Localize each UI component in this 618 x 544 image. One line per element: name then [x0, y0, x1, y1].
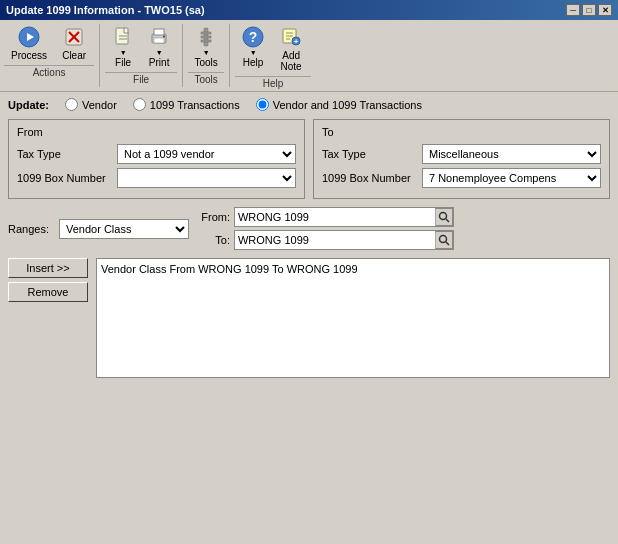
- svg-point-11: [163, 36, 165, 38]
- help-group-label: Help: [235, 76, 311, 89]
- from-tax-type-label: Tax Type: [17, 148, 117, 160]
- actions-group-label: Actions: [4, 65, 94, 78]
- 1099-radio-label: 1099 Transactions: [150, 99, 240, 111]
- close-button[interactable]: ✕: [598, 4, 612, 16]
- separator-3: [229, 24, 230, 87]
- from-box-number-row: 1099 Box Number: [17, 168, 296, 188]
- update-row: Update: Vendor 1099 Transactions Vendor …: [8, 98, 610, 111]
- help-label: Help: [243, 57, 264, 68]
- svg-rect-9: [154, 38, 164, 43]
- from-to-col: From: To:: [195, 207, 454, 250]
- print-button[interactable]: ▼ Print: [141, 22, 177, 71]
- maximize-button[interactable]: □: [582, 4, 596, 16]
- separator-2: [182, 24, 183, 87]
- 1099-radio[interactable]: [133, 98, 146, 111]
- from-tax-type-row: Tax Type Not a 1099 vendor Dividend Inte…: [17, 144, 296, 164]
- tools-label: Tools: [194, 57, 217, 68]
- help-button[interactable]: ? ▼ Help: [235, 22, 271, 75]
- to-row: To:: [195, 230, 454, 250]
- to-input-wrapper: [234, 230, 454, 250]
- vendor-radio-group: Vendor: [65, 98, 117, 111]
- to-panel-title: To: [322, 126, 601, 138]
- svg-rect-10: [154, 29, 164, 35]
- to-tax-type-select[interactable]: Not a 1099 vendor Dividend Interest Misc…: [422, 144, 601, 164]
- bottom-area: Insert >> Remove Vendor Class From WRONG…: [8, 258, 610, 378]
- tools-group-label: Tools: [188, 72, 224, 85]
- panels-row: From Tax Type Not a 1099 vendor Dividend…: [8, 119, 610, 199]
- print-arrow: ▼: [156, 49, 163, 56]
- add-note-button[interactable]: + Add Note: [271, 22, 311, 75]
- to-panel: To Tax Type Not a 1099 vendor Dividend I…: [313, 119, 610, 199]
- toolbar-group-file: ▼ File ▼ Print File: [105, 22, 177, 89]
- button-column: Insert >> Remove: [8, 258, 88, 378]
- to-box-number-select[interactable]: 7 Nonemployee Compens: [422, 168, 601, 188]
- to-box-number-row: 1099 Box Number 7 Nonemployee Compens: [322, 168, 601, 188]
- to-search-button[interactable]: [435, 231, 453, 249]
- file-label: File: [115, 57, 131, 68]
- to-label: To:: [195, 234, 230, 246]
- clear-label: Clear: [62, 50, 86, 61]
- from-row: From:: [195, 207, 454, 227]
- clear-icon: [62, 25, 86, 49]
- title-bar: Update 1099 Information - TWO15 (sa) ─ □…: [0, 0, 618, 20]
- process-label: Process: [11, 50, 47, 61]
- main-content: Update: Vendor 1099 Transactions Vendor …: [0, 92, 618, 534]
- toolbar-help-items: ? ▼ Help + Add Note: [235, 22, 311, 75]
- svg-point-26: [439, 236, 446, 243]
- from-box-number-select[interactable]: [117, 168, 296, 188]
- from-input-wrapper: [234, 207, 454, 227]
- insert-button[interactable]: Insert >>: [8, 258, 88, 278]
- print-label: Print: [149, 57, 170, 68]
- svg-text:+: +: [294, 37, 299, 46]
- svg-rect-13: [201, 32, 211, 34]
- toolbar-group-help: ? ▼ Help + Add Note: [235, 22, 311, 89]
- both-radio-label: Vendor and 1099 Transactions: [273, 99, 422, 111]
- process-icon: [17, 25, 41, 49]
- from-box-number-label: 1099 Box Number: [17, 172, 117, 184]
- tools-icon: [194, 25, 218, 49]
- svg-point-24: [439, 213, 446, 220]
- svg-line-25: [446, 219, 449, 222]
- from-input[interactable]: [235, 208, 435, 226]
- window-title: Update 1099 Information - TWO15 (sa): [6, 4, 205, 16]
- svg-text:?: ?: [249, 29, 258, 45]
- svg-line-27: [446, 242, 449, 245]
- criteria-text: Vendor Class From WRONG 1099 To WRONG 10…: [101, 263, 358, 275]
- ranges-dropdown[interactable]: Vendor Class Vendor ID All: [59, 219, 189, 239]
- both-radio[interactable]: [256, 98, 269, 111]
- from-search-button[interactable]: [435, 208, 453, 226]
- separator-1: [99, 24, 100, 87]
- from-label: From:: [195, 211, 230, 223]
- ranges-label: Ranges:: [8, 223, 49, 235]
- toolbar-actions-items: Process Clear: [4, 22, 94, 64]
- process-button[interactable]: Process: [4, 22, 54, 64]
- vendor-radio-label: Vendor: [82, 99, 117, 111]
- tools-button[interactable]: ▼ Tools: [188, 22, 224, 71]
- print-icon: [147, 25, 171, 49]
- toolbar-tools-items: ▼ Tools: [188, 22, 224, 71]
- toolbar-group-tools: ▼ Tools Tools: [188, 22, 224, 89]
- to-input[interactable]: [235, 231, 435, 249]
- 1099-radio-group: 1099 Transactions: [133, 98, 240, 111]
- file-arrow: ▼: [120, 49, 127, 56]
- from-panel-title: From: [17, 126, 296, 138]
- clear-button[interactable]: Clear: [54, 22, 94, 64]
- from-panel: From Tax Type Not a 1099 vendor Dividend…: [8, 119, 305, 199]
- update-label: Update:: [8, 99, 49, 111]
- help-arrow: ▼: [250, 49, 257, 56]
- toolbar: Process Clear Actions: [0, 20, 618, 92]
- svg-rect-14: [201, 36, 211, 38]
- to-tax-type-row: Tax Type Not a 1099 vendor Dividend Inte…: [322, 144, 601, 164]
- ranges-row: Ranges: Vendor Class Vendor ID All From:: [8, 207, 610, 250]
- to-box-number-label: 1099 Box Number: [322, 172, 422, 184]
- remove-button[interactable]: Remove: [8, 282, 88, 302]
- file-group-label: File: [105, 72, 177, 85]
- file-button[interactable]: ▼ File: [105, 22, 141, 71]
- minimize-button[interactable]: ─: [566, 4, 580, 16]
- help-icon: ?: [241, 25, 265, 49]
- toolbar-group-actions: Process Clear Actions: [4, 22, 94, 89]
- add-note-icon: +: [279, 25, 303, 49]
- vendor-radio[interactable]: [65, 98, 78, 111]
- from-tax-type-select[interactable]: Not a 1099 vendor Dividend Interest Misc…: [117, 144, 296, 164]
- to-tax-type-label: Tax Type: [322, 148, 422, 160]
